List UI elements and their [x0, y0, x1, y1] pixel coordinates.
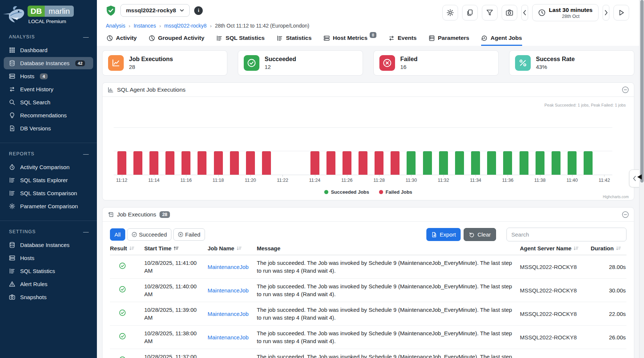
chart-bar-succeeded-jobs[interactable] — [568, 151, 577, 175]
screenshot-button[interactable] — [502, 5, 517, 20]
chart-bar-succeeded-jobs[interactable] — [439, 151, 448, 175]
duration-cell: 22.00s — [591, 307, 626, 321]
sidebar-item-snapshots[interactable]: Snapshots — [4, 291, 93, 303]
sidebar-item-database-instances[interactable]: Database Instances42 — [4, 57, 93, 69]
sidebar-item-hosts[interactable]: Hosts4 — [4, 70, 93, 82]
chart-bar-succeeded-jobs[interactable] — [536, 151, 544, 175]
tab-parameters[interactable]: Parameters — [429, 35, 469, 46]
chart-bar-failed-jobs[interactable] — [214, 151, 223, 175]
chart-bar-failed-jobs[interactable] — [310, 151, 319, 175]
scrollbar-thumb[interactable] — [640, 0, 644, 183]
breadcrumb-item[interactable]: Instances — [133, 23, 156, 29]
section-collapse-icon[interactable]: — — [83, 152, 89, 156]
section-collapse-icon[interactable]: — — [83, 230, 89, 234]
job-name-link[interactable]: MaintenanceJob — [208, 287, 249, 294]
gear-icon — [446, 9, 454, 16]
chart-bar-succeeded-jobs[interactable] — [407, 151, 416, 175]
tab-events[interactable]: Events — [388, 35, 417, 46]
chart-bar-failed-jobs[interactable] — [165, 151, 174, 175]
pie-icon — [107, 35, 113, 41]
undo-icon — [469, 232, 475, 238]
sidebar-item-database-instances[interactable]: Database Instances — [4, 239, 93, 251]
x-axis-tick — [572, 175, 572, 177]
tab-activity[interactable]: Activity — [107, 35, 137, 46]
sidebar-item-sql-stats-comparison[interactable]: SQL Stats Comparison — [4, 187, 93, 199]
filter-button[interactable] — [482, 5, 498, 20]
chart-bar-failed-jobs[interactable] — [230, 151, 239, 175]
column-header-result[interactable]: Result — [110, 245, 144, 251]
legend-item[interactable]: Succeeded Jobs — [324, 189, 369, 195]
chart-bar-failed-jobs[interactable] — [149, 151, 158, 175]
collapse-panel-icon[interactable] — [622, 86, 629, 93]
chart-bar-failed-jobs[interactable] — [117, 151, 126, 175]
legend-item[interactable]: Failed Jobs — [379, 189, 413, 195]
sidebar-item-recommendations[interactable]: Recommendations — [4, 109, 93, 121]
chart-bar-failed-jobs[interactable] — [359, 151, 367, 175]
search-input[interactable] — [506, 228, 626, 241]
chart-bar-failed-jobs[interactable] — [133, 151, 142, 175]
sidebar-item-sql-search[interactable]: SQL Search — [4, 96, 93, 108]
sidebar-item-hosts[interactable]: Hosts — [4, 252, 93, 264]
sidebar-item-alert-rules[interactable]: Alert Rules — [4, 278, 93, 290]
chart-bar-succeeded-jobs[interactable] — [552, 151, 561, 175]
chart-bar-failed-jobs[interactable] — [198, 151, 206, 175]
time-range-label: Last 30 minutes — [549, 7, 593, 13]
sidebar-item-activity-comparison[interactable]: Activity Comparison — [4, 161, 93, 173]
chart-bar-failed-jobs[interactable] — [326, 151, 335, 175]
tab-statistics[interactable]: Statistics — [277, 35, 312, 46]
section-collapse-icon[interactable]: — — [83, 35, 89, 39]
sidebar-item-parameter-comparison[interactable]: Parameter Comparison — [4, 200, 93, 212]
sidebar-item-event-history[interactable]: Event History — [4, 83, 93, 95]
chart-gridline — [114, 127, 612, 128]
chart-bar-succeeded-jobs[interactable] — [487, 151, 496, 175]
chart-bar-failed-jobs[interactable] — [391, 151, 400, 175]
instance-selector[interactable]: mssql2022-rocky8 — [120, 4, 190, 17]
time-forward-button[interactable] — [603, 5, 609, 20]
column-header-agent-server-name[interactable]: Agent Server Name — [520, 245, 591, 251]
tab-grouped-activity[interactable]: Grouped Activity — [149, 35, 204, 46]
jobs-count-badge: 28 — [160, 211, 170, 218]
chart-bar-failed-jobs[interactable] — [262, 151, 271, 175]
filter-all-button[interactable]: All — [110, 228, 125, 241]
time-back-button[interactable] — [521, 5, 528, 20]
sidebar-item-sql-statistics[interactable]: SQL Statistics — [4, 265, 93, 277]
job-name-link[interactable]: MaintenanceJob — [208, 334, 249, 340]
copy-button[interactable] — [462, 5, 478, 20]
export-button[interactable]: Export — [426, 228, 461, 241]
info-icon[interactable]: i — [194, 6, 203, 15]
chart-bar-succeeded-jobs[interactable] — [423, 151, 432, 175]
sidebar-item-db-versions[interactable]: DB Versions — [4, 122, 93, 134]
collapse-panel-icon[interactable] — [622, 211, 629, 218]
tab-host-metrics[interactable]: Host Metrics0 — [323, 35, 376, 46]
agent-server-cell: MSSQL2022-ROCKY8 — [520, 307, 591, 321]
table-body: 10/28/2025, 11:41:00 AMMaintenanceJobThe… — [110, 255, 626, 358]
clear-button[interactable]: Clear — [464, 228, 496, 241]
job-name-link[interactable]: MaintenanceJob — [208, 264, 249, 270]
chart-bar-succeeded-jobs[interactable] — [455, 151, 464, 175]
chart-bar-succeeded-jobs[interactable] — [471, 151, 480, 175]
tab-sql-statistics[interactable]: SQL Statistics — [216, 35, 265, 46]
history-icon — [481, 35, 487, 41]
breadcrumb-item[interactable]: Analysis — [106, 23, 125, 29]
settings-button[interactable] — [442, 5, 458, 20]
sidebar-item-dashboard[interactable]: Dashboard — [4, 44, 93, 56]
tab-agent-jobs[interactable]: Agent Jobs — [481, 35, 522, 46]
chart-bar-succeeded-jobs[interactable] — [584, 151, 593, 175]
chart-bar-failed-jobs[interactable] — [246, 151, 255, 175]
time-range-button[interactable]: Last 30 minutes 28th Oct — [532, 4, 599, 21]
chart-bar-failed-jobs[interactable] — [342, 151, 351, 175]
chart-bar-failed-jobs[interactable] — [375, 151, 383, 175]
chart-bar-failed-jobs[interactable] — [181, 151, 190, 175]
column-header-duration[interactable]: Duration — [591, 245, 626, 251]
breadcrumb-item[interactable]: mssql2022-rocky8 — [164, 23, 207, 29]
column-header-start-time[interactable]: Start Time — [144, 245, 208, 251]
sidebar-item-sql-stats-explorer[interactable]: SQL Stats Explorer — [4, 174, 93, 186]
column-header-job-name[interactable]: Job Name — [208, 245, 257, 251]
chart-bar-succeeded-jobs[interactable] — [503, 151, 512, 175]
jobs-table: ResultStart TimeJob NameMessageAgent Ser… — [102, 241, 634, 358]
filter-succeeded-button[interactable]: Succeeded — [127, 228, 171, 241]
play-button[interactable] — [613, 5, 629, 20]
chart-bar-succeeded-jobs[interactable] — [520, 151, 528, 175]
job-name-link[interactable]: MaintenanceJob — [208, 311, 249, 317]
filter-failed-button[interactable]: Failed — [173, 228, 205, 241]
